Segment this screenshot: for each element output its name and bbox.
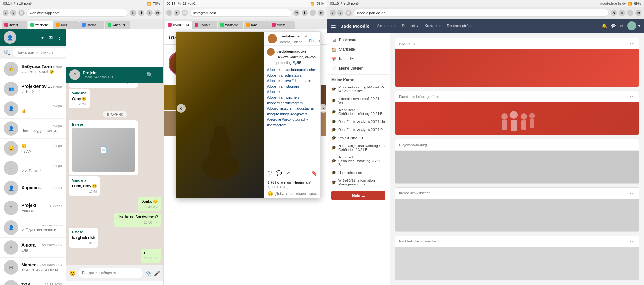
ig-like-icon[interactable]: ♡ [268, 170, 272, 176]
refresh-btn-moodle[interactable]: ↻ [611, 10, 617, 16]
course-card[interactable]: Fachbereichsübergreifend ⋯ Fit durch die… [395, 91, 639, 135]
back-btn-ig[interactable]: ‹ [166, 10, 172, 16]
sidebar-item-kalender[interactable]: 📅 Kalender [327, 54, 390, 64]
sidebar-item-meine-dateien[interactable]: 📄 Meine Dateien [327, 64, 390, 73]
course-card-dots-icon[interactable]: ⋯ [630, 41, 635, 47]
moodle-mail-icon[interactable]: ✉ [620, 23, 624, 28]
moodle-user-menu[interactable]: ▾ [627, 21, 640, 30]
ig-comment-input[interactable] [275, 191, 320, 196]
nav-support[interactable]: Support ▾ [399, 22, 421, 29]
tabs-btn-ig[interactable]: ⧉ [318, 10, 324, 16]
sidebar-course-item[interactable]: 🎓 Technische Gebäudeausrüstung 20/21 Br [327, 106, 390, 117]
course-card-dots-icon[interactable]: ⋯ [630, 190, 635, 196]
wa-chat-item[interactable]: 👤 вчера 👍 [0, 99, 66, 119]
wa-message-input[interactable] [78, 268, 143, 278]
tab-dachfarm[interactable]: DACHFARM [165, 21, 192, 29]
nav-language[interactable]: Deutsch (de) ▾ [444, 22, 474, 29]
course-card[interactable]: Projekentwicklung ⋯ Projekentwicklung Ma… [395, 139, 639, 183]
bookmark-btn-moodle[interactable]: 📖 [345, 10, 352, 16]
tab-whatsapp-wa[interactable]: WhatsApp [28, 21, 53, 29]
course-card[interactable]: SoSe2020 ⋯ 140_Rechtliche Grundlagen_Fli… [395, 38, 639, 87]
bookmark-btn-wa[interactable]: 📖 [18, 10, 25, 16]
wa-chat-item[interactable]: - - вчера ✓✓ Danke! [0, 158, 66, 178]
bookmark-btn-ig[interactable]: 📖 [182, 10, 188, 16]
sidebar-course-item[interactable]: 🎓 Real Estate Analysis 20/21 Ho [327, 117, 390, 126]
ig-next-post-btn[interactable]: › [319, 104, 327, 113]
moodle-bell-icon[interactable]: 🔔 [602, 23, 607, 28]
tab-wa-ig[interactable]: WhatsApp [218, 21, 243, 29]
wa-attach-icon[interactable]: 📎 [145, 270, 152, 276]
sidebar-course-item[interactable]: 🎓 Technische Gebäudeausstattung 20/21 Be [327, 153, 390, 168]
course-card-dots-icon[interactable]: ⋯ [630, 142, 635, 148]
tab-kurs-wa[interactable]: Kurs... [53, 21, 79, 29]
ig-bookmark-icon[interactable]: 🔖 [311, 170, 317, 176]
forward-btn-moodle[interactable]: › [337, 10, 343, 16]
nav-aktuelles[interactable]: Aktuelles ▾ [375, 22, 398, 29]
share-btn-wa[interactable]: ⬆ [138, 10, 144, 16]
wa-chat-item[interactable]: P Projekt вторник Emese: t [0, 198, 66, 218]
new-tab-btn-ig[interactable]: + [310, 10, 316, 16]
sidebar-course-item[interactable]: 🎓 Real Estate Analysis 20/21 Pl [327, 126, 390, 134]
sidebar-course-item[interactable]: 🎓 Immobilienwirtschaft 20/21 We [327, 95, 390, 106]
url-bar-moodle[interactable]: moodle.jade-hs.de [353, 9, 609, 17]
moodle-msg-icon[interactable]: 💬 [611, 23, 616, 28]
ig-modal-close-icon[interactable]: ✕ [308, 33, 314, 41]
tab-milka[interactable]: Милка... [269, 21, 295, 29]
tab-google-wa[interactable]: Google [79, 21, 104, 29]
course-card[interactable]: Immobilienwirtschaft ⋯ WiSe 20/21 - Immo… [395, 187, 639, 232]
wa-mic-icon[interactable]: 🎤 [154, 270, 160, 276]
url-bar-wa[interactable]: web.whatsapp.com [26, 9, 128, 17]
wa-emoji-icon[interactable]: 😊 [69, 270, 76, 276]
wa-chat-item[interactable]: 😊 😊 вчера ну да [0, 139, 66, 158]
msg-time: 20:51 [72, 83, 135, 86]
new-tab-btn-wa[interactable]: + [146, 10, 153, 16]
mehr-button[interactable]: Mehr ... [331, 191, 385, 200]
ig-comment-icon[interactable]: 💬 [276, 170, 282, 176]
sidebar-course-item[interactable]: 🎓 WiSe20/21- Information Management - Ja [327, 177, 390, 188]
wa-chat-item[interactable]: 👥 Projektentwicklung вчера ✓ Teil 2.m4a [0, 79, 66, 99]
wa-chat-item[interactable]: 👤 понедельник ✓ Один раз слова и перевод… [0, 218, 66, 238]
tab-kurs-ig[interactable]: Курс... [244, 21, 269, 29]
wa-search-input[interactable] [13, 48, 67, 57]
tabs-btn-wa[interactable]: ⧉ [154, 10, 161, 16]
ig-prev-post-btn[interactable]: ‹ [177, 104, 186, 113]
share-btn-ig[interactable]: ⬆ [302, 10, 308, 16]
sidebar-course-item[interactable]: 🎓 Projekentwicklung FM und IW WiSe20/Kle… [327, 83, 390, 95]
ig-share-icon[interactable]: ↗ [286, 170, 290, 176]
wa-chat-avatar: 👥 [4, 82, 18, 96]
new-tab-btn-moodle[interactable]: + [627, 10, 633, 16]
wa-chat-item[interactable]: T TGA 12.11.2020 Kai: Stimmt auch [0, 277, 66, 285]
wa-chat-menu-icon[interactable]: ⋮ [155, 72, 160, 78]
back-btn-moodle[interactable]: ‹ [330, 10, 336, 16]
share-btn-moodle[interactable]: ⬆ [619, 10, 625, 16]
wa-status-icon[interactable]: ● [41, 35, 44, 41]
wa-chat-item[interactable]: M Master FM+IW понедельник +49 176 47789… [0, 258, 66, 277]
forward-btn-ig[interactable]: › [174, 10, 180, 16]
tabs-btn-moodle[interactable]: ⧉ [635, 10, 641, 16]
wa-chat-item[interactable]: 👤 Хорошо... вторник [0, 178, 66, 198]
tab-whatsapp2-wa[interactable]: WhatsApp [105, 21, 130, 29]
sidebar-course-item[interactable]: 🎓 Nachhaltigkeitsbewertung von Gebäuden … [327, 142, 390, 153]
refresh-btn-ig[interactable]: ↻ [293, 10, 300, 16]
forward-btn-wa[interactable]: › [10, 10, 16, 16]
tab-insta-wa[interactable]: Instagr... [2, 21, 27, 29]
wa-search-chat-icon[interactable]: 🔍 [147, 72, 153, 78]
tab-haunter[interactable]: Хаунтер... [192, 21, 217, 29]
course-card-dots-icon[interactable]: ⋯ [630, 238, 635, 244]
wa-chat-icon[interactable]: ✉ [48, 35, 53, 41]
refresh-btn-wa[interactable]: ↻ [130, 10, 136, 16]
wa-menu-icon[interactable]: ⋮ [57, 35, 62, 41]
course-card-dots-icon[interactable]: ⋯ [630, 94, 635, 100]
wa-chat-item[interactable]: 👵 Бабушка Галя вчера ✓✓ Ужас какой 😯 [0, 59, 66, 79]
course-card[interactable]: Nachhaltigkeitsbewertung ⋯ Nachhaltigkei… [395, 236, 639, 280]
url-bar-ig[interactable]: instagram.com [190, 9, 291, 17]
sidebar-item-startseite[interactable]: 🏠 Startseite [327, 45, 390, 54]
wa-chat-item[interactable]: 👤 вчера Чего нибудь замутим обязат... [0, 119, 66, 139]
wa-chat-item[interactable]: А Анюта понедельник Сча [0, 238, 66, 258]
sidebar-course-item[interactable]: 🎓 Projekt 20/21 Kl [327, 134, 390, 142]
sidebar-item-dashboard[interactable]: ⊞ Dashboard [327, 35, 390, 45]
moodle-hamburger-icon[interactable]: ☰ [331, 22, 336, 29]
sidebar-course-item[interactable]: 🎓 Hochschulsport [327, 168, 390, 177]
nav-kontakt[interactable]: Kontakt ▾ [422, 22, 443, 29]
back-btn-wa[interactable]: ‹ [3, 10, 9, 16]
